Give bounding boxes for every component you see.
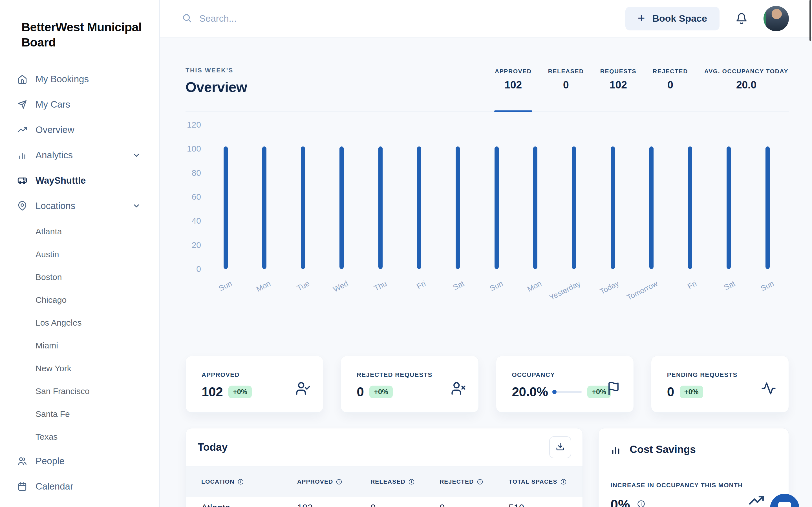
kpi-card-pending-requests[interactable]: PENDING REQUESTS 0 +0%: [651, 356, 789, 413]
users-icon: [17, 456, 28, 466]
y-axis-tick: 120: [186, 120, 201, 129]
sidebar-location-los-angeles[interactable]: Los Angeles: [0, 312, 159, 334]
download-button[interactable]: [549, 436, 571, 458]
overview-stat-approved[interactable]: APPROVED102: [494, 67, 532, 112]
app-window: BetterWest Municipal Board My Bookings M…: [0, 0, 812, 507]
book-space-button[interactable]: + Book Space: [625, 7, 719, 31]
overview-stat-rejected[interactable]: REJECTED0: [652, 67, 689, 112]
sidebar-item-calendar[interactable]: Calendar: [0, 474, 159, 499]
x-axis-label: Sun: [488, 279, 504, 293]
overview-stat-requests[interactable]: REQUESTS102: [600, 67, 637, 112]
x-axis-label: Sat: [452, 279, 466, 292]
column-header-approved[interactable]: APPROVED: [297, 478, 370, 485]
sidebar-location-boston[interactable]: Boston: [0, 266, 159, 289]
stat-value: 102: [504, 79, 522, 91]
today-title: Today: [198, 441, 227, 453]
x-axis-label: Tue: [296, 279, 311, 293]
overview-stat-released[interactable]: RELEASED0: [548, 67, 585, 112]
sidebar-item-my-cars[interactable]: My Cars: [0, 92, 159, 117]
sidebar-item-label: My Bookings: [36, 74, 89, 84]
sidebar-nav: My Bookings My Cars Overview Analytics: [0, 66, 159, 507]
kpi-card-approved[interactable]: APPROVED 102 +0%: [186, 356, 323, 413]
sidebar-location-atlanta[interactable]: Atlanta: [0, 220, 159, 243]
kpi-label: PENDING REQUESTS: [667, 371, 789, 379]
trending-up-icon: [749, 493, 764, 507]
home-icon: [17, 74, 28, 84]
chart-bar-sat[interactable]: [456, 147, 460, 269]
info-icon[interactable]: [637, 500, 645, 507]
info-icon: [477, 478, 483, 485]
send-icon: [17, 99, 28, 110]
sidebar-item-locations[interactable]: Locations: [0, 193, 159, 219]
column-header-total-spaces[interactable]: TOTAL SPACES: [509, 478, 582, 485]
bar-chart-icon: [17, 150, 28, 161]
y-axis-tick: 100: [186, 144, 201, 154]
cost-metric-value: 0%: [610, 497, 630, 507]
sidebar-item-my-bookings[interactable]: My Bookings: [0, 66, 159, 92]
kpi-value: 20.0%: [512, 384, 548, 399]
sidebar-item-overview[interactable]: Overview: [0, 117, 159, 143]
sidebar-location-new-york[interactable]: New York: [0, 357, 159, 380]
kpi-cards-row: APPROVED 102 +0% REJECTED REQUESTS 0 +0%: [186, 356, 789, 413]
sidebar-item-wayshuttle[interactable]: WayShuttle: [0, 168, 159, 193]
column-header-location[interactable]: LOCATION: [201, 478, 297, 485]
chart-bar-fri[interactable]: [688, 147, 692, 269]
chart-bar-tue[interactable]: [301, 147, 305, 269]
info-icon: [336, 478, 342, 485]
kpi-value: 102: [202, 384, 223, 399]
sidebar-item-analytics[interactable]: Analytics: [0, 143, 159, 168]
chart-bar-mon[interactable]: [262, 147, 266, 269]
sidebar-item-label: Calendar: [36, 481, 73, 492]
cost-savings-card: Cost Savings INCREASE IN OCCUPANCY THIS …: [598, 428, 789, 507]
chat-icon: [778, 502, 791, 507]
chart-bar-tomorrow[interactable]: [649, 147, 654, 269]
kpi-label: OCCUPANCY: [512, 371, 633, 379]
user-avatar[interactable]: [763, 6, 789, 31]
chart-bar-mon[interactable]: [533, 147, 538, 269]
sidebar-location-san-francisco[interactable]: San Francisco: [0, 380, 159, 403]
kpi-delta-badge: +0%: [680, 386, 703, 398]
chart-bar-sun[interactable]: [765, 147, 770, 269]
column-header-released[interactable]: RELEASED: [370, 478, 440, 485]
column-header-rejected[interactable]: REJECTED: [440, 478, 509, 485]
sidebar-location-chicago[interactable]: Chicago: [0, 289, 159, 312]
user-check-icon: [296, 381, 311, 397]
x-axis-label: Tomorrow: [626, 279, 659, 302]
x-axis-label: Fri: [415, 279, 427, 291]
scrollbar-thumb[interactable]: [809, 0, 811, 41]
chevron-down-icon: [132, 202, 141, 210]
sidebar-location-miami[interactable]: Miami: [0, 334, 159, 357]
user-x-icon: [451, 381, 466, 397]
overview-stat-avg-occupancy-today[interactable]: AVG. OCCUPANCY TODAY20.0: [704, 67, 789, 112]
kpi-value: 0: [357, 384, 364, 399]
kpi-delta-badge: +0%: [229, 386, 252, 398]
chart-bar-thu[interactable]: [378, 147, 383, 269]
chart-bar-today[interactable]: [611, 147, 615, 269]
sidebar-location-santa-fe[interactable]: Santa Fe: [0, 403, 159, 426]
sidebar-item-label: Overview: [36, 124, 74, 135]
kpi-card-occupancy[interactable]: OCCUPANCY 20.0% +0%: [496, 356, 634, 413]
kpi-card-rejected-requests[interactable]: REJECTED REQUESTS 0 +0%: [341, 356, 478, 413]
sidebar-item-people[interactable]: People: [0, 448, 159, 474]
info-icon: [238, 478, 244, 485]
cost-metric-label: INCREASE IN OCCUPANCY THIS MONTH: [610, 482, 774, 490]
y-axis-tick: 60: [186, 192, 201, 202]
chart-bar-yesterday[interactable]: [572, 147, 576, 269]
sidebar-item-time-away[interactable]: Time Away: [0, 499, 159, 507]
search-input[interactable]: [199, 13, 369, 24]
page-title: Overview: [186, 79, 247, 96]
sidebar-location-austin[interactable]: Austin: [0, 243, 159, 266]
chart-bar-fri[interactable]: [417, 147, 421, 269]
notification-bell-icon[interactable]: [735, 12, 748, 25]
chart-bar-wed[interactable]: [340, 147, 344, 269]
cell-rejected: 0: [440, 503, 509, 507]
chart-bar-sun[interactable]: [223, 147, 228, 269]
chart-bar-sat[interactable]: [726, 147, 731, 269]
stat-value: 0: [667, 79, 673, 91]
chart-bar-sun[interactable]: [495, 147, 499, 269]
bar-chart-icon: [610, 444, 622, 455]
overview-eyebrow: THIS WEEK'S: [186, 67, 247, 74]
table-row[interactable]: Atlanta 102 0 0 510: [186, 497, 582, 507]
sidebar-location-texas[interactable]: Texas: [0, 426, 159, 448]
stat-value: 0: [563, 79, 569, 91]
